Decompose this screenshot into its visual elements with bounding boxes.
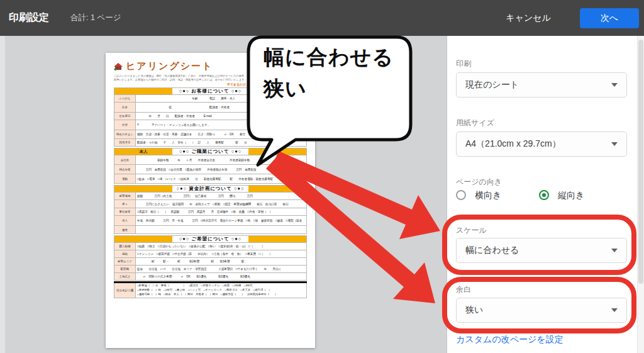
paper-size-label: 用紙サイズ bbox=[456, 118, 494, 128]
form-row: 会社名 勤続年数 年 ヶ月 共有者会社名 共有者勤続年数 bbox=[114, 155, 306, 165]
form-row: 希望価格総額 万円（内土地 万円） 自己資金 万円 贈与 万円 bbox=[114, 193, 306, 200]
form-row: 月々 万円におさえたい 返済期間 年 金利タイプ □変動 □固定 希望金融機関 … bbox=[114, 200, 306, 208]
form-disclaimer: ご記入いただきました個人情報は、弊社「個人情報保護方針」に則り、不動産売買および… bbox=[114, 74, 307, 81]
form-row: 購入動機□結婚 □独立 □賃貸がもったいない □老後が心配 □狭い □進学前(保… bbox=[114, 243, 306, 250]
left-scrollbar-track[interactable] bbox=[0, 36, 5, 353]
chevron-down-icon bbox=[611, 142, 618, 146]
page-title: 印刷設定 bbox=[9, 11, 49, 25]
form-row: 借入年返 残債額 万円 月・年返 万円 □残債完済可 過去のローン事故 □有 □… bbox=[114, 216, 306, 226]
orientation-radio-group: 横向き 縦向き bbox=[447, 189, 644, 202]
panel-scrollbar-track[interactable] bbox=[637, 36, 644, 353]
form-row: 駅距離徒歩 分位迄 バス 分位迄 エリア・学区指定 入居希望日 □できるだけ早く… bbox=[114, 266, 306, 273]
form-row: 生年月日 年 月 日 配偶者・共有者 E-mail bbox=[114, 113, 306, 120]
total-pages-label: 合計: 1 ページ bbox=[70, 13, 121, 23]
form-row: 同居予定配偶者・その他 子 人 学年（ ） 計 人 最寄駅 駅 分 bbox=[114, 139, 306, 147]
form-row: 備考 bbox=[114, 226, 306, 234]
chevron-down-icon bbox=[611, 308, 618, 312]
form-row: 事前審査□承認済 銀行（ ） 承認額 万円 承認月 月 完成物件 □有 名義 □… bbox=[114, 208, 306, 216]
form-row: 種類□マンション □新築戸建 □中古戸建（築 年以内） □土地（条件 有 無） … bbox=[114, 250, 306, 258]
panel-scrollbar-thumb[interactable] bbox=[638, 40, 643, 284]
margins-select[interactable]: 狭い bbox=[456, 298, 627, 323]
section-header-budget: ○●○ 資金計画について ○●○ bbox=[114, 185, 307, 193]
print-preview-page: ヒアリングシート (売買用) スモエク ご記入いただきました個人情報は、弊社「個… bbox=[106, 53, 315, 348]
print-settings-header: 印刷設定 合計: 1 ページ キャンセル 次へ bbox=[0, 0, 644, 36]
chevron-down-icon bbox=[611, 249, 618, 252]
paper-size-select[interactable]: A4（21.0cm x 29.7cm） bbox=[456, 132, 627, 157]
scale-select[interactable]: 幅に合わせる bbox=[456, 238, 627, 263]
print-settings-panel: 印刷 現在のシート 用紙サイズ A4（21.0cm x 29.7cm） ページの… bbox=[447, 36, 644, 353]
form-title: ヒアリングシート bbox=[126, 60, 213, 72]
orientation-label: ページの向き bbox=[456, 177, 502, 188]
radio-portrait-label[interactable]: 縦向き bbox=[558, 190, 584, 201]
form-usage-label: (売買用) bbox=[286, 61, 307, 65]
form-row: ふりがな 年齢 電話 携帯・本人 bbox=[114, 95, 306, 103]
custom-page-breaks-link[interactable]: カスタムの改ページを設定 bbox=[456, 334, 564, 345]
print-target-label: 印刷 bbox=[456, 59, 471, 69]
form-row: 現在の住まい種類 賃貸・持家・社宅・実家・店舗付き 広さ・間取り ㎡・DK 家賃… bbox=[114, 130, 306, 139]
section-header-wishes: ○●○ ご希望について ○●○ bbox=[114, 235, 307, 243]
house-icon bbox=[114, 63, 123, 70]
form-row: 通勤□徒歩 □電車 □車 □バイク □自転車 分 勤務先最寄駅 駅 共有者通勤・… bbox=[114, 174, 306, 184]
scale-label: スケール bbox=[456, 225, 487, 236]
section-header-occupation: 本人 ○●○ ご職業について ○●○ bbox=[114, 148, 307, 155]
form-notice: ※できるだけご記入いただけましたらより良いご提案が bbox=[114, 82, 307, 86]
radio-landscape-label[interactable]: 横向き bbox=[475, 190, 501, 201]
next-button[interactable]: 次へ bbox=[580, 8, 639, 28]
form-row: 氏名 様 配偶者・共有者 bbox=[114, 103, 306, 113]
form-row: 希望エリア 町 駅～ 町 第2希望 町 第3希望 駅 bbox=[114, 258, 306, 266]
form-row: 税込年収 万円 雇用形態 □会社役員 □親族が経営 共有者税込年収 万円 雇用形… bbox=[114, 165, 306, 174]
cancel-button[interactable]: キャンセル bbox=[502, 12, 555, 25]
radio-portrait[interactable] bbox=[539, 190, 549, 200]
preview-canvas: ヒアリングシート (売買用) スモエク ご記入いただきました個人情報は、弊社「個… bbox=[0, 36, 447, 353]
form-company: スモエク bbox=[286, 65, 307, 72]
staff-entry-block: 担当者記入欄 □駐車場（ ）台 車種（ ） □庭付き □対面キッチン □和室 □… bbox=[114, 283, 307, 298]
section-header-customer: ○●○ お客様について ○●○ bbox=[114, 87, 307, 95]
print-target-select[interactable]: 現在のシート bbox=[456, 72, 627, 98]
form-row: 土地広さ ㎡ 間取りの広さ希望 ㎡ DK 第1優先 第2優先 第3優先 bbox=[114, 273, 306, 281]
chevron-down-icon bbox=[611, 83, 618, 87]
margins-label: 余白 bbox=[456, 284, 471, 295]
form-row: 住所〒 ※アパート・マンション名もお願いします。 bbox=[114, 120, 306, 130]
radio-landscape[interactable] bbox=[456, 190, 466, 200]
